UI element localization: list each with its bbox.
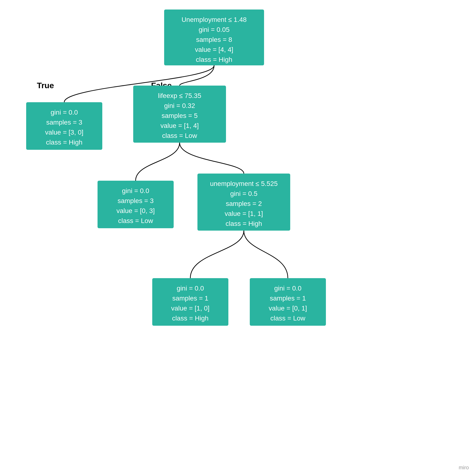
node-right1left-line2: samples = 3 [105, 196, 167, 206]
node-left1: gini = 0.0 samples = 3 value = [3, 0] cl… [26, 102, 102, 150]
node-right1left-line3: value = [0, 3] [105, 206, 167, 216]
node-leaf2-line1: gini = 0.0 [257, 283, 319, 293]
node-left1-line4: class = High [33, 137, 95, 147]
node-leaf1-line3: value = [1, 0] [159, 303, 221, 313]
node-right1-line5: class = Low [140, 131, 219, 141]
node-leaf2-line2: samples = 1 [257, 293, 319, 303]
node-right1left-line1: gini = 0.0 [105, 186, 167, 196]
node-right1right-line4: value = [1, 1] [204, 209, 283, 219]
node-leaf1-line1: gini = 0.0 [159, 283, 221, 293]
tree-container: Unemployment ≤ 1.48 gini = 0.05 samples … [0, 0, 476, 475]
node-left1-line3: value = [3, 0] [33, 127, 95, 137]
node-root-line2: gini = 0.05 [171, 25, 257, 35]
node-right1: lifeexp ≤ 75.35 gini = 0.32 samples = 5 … [133, 86, 226, 143]
node-left1-line1: gini = 0.0 [33, 107, 95, 117]
node-leaf2-line3: value = [0, 1] [257, 303, 319, 313]
node-leaf1: gini = 0.0 samples = 1 value = [1, 0] cl… [152, 278, 228, 326]
node-root-line1: Unemployment ≤ 1.48 [171, 15, 257, 25]
node-right1right-line3: samples = 2 [204, 199, 283, 209]
node-root-line5: class = High [171, 55, 257, 65]
node-right1left: gini = 0.0 samples = 3 value = [0, 3] cl… [98, 181, 174, 228]
miro-watermark: miro [459, 465, 469, 471]
node-right1right-line5: class = High [204, 219, 283, 229]
node-root: Unemployment ≤ 1.48 gini = 0.05 samples … [164, 10, 264, 66]
node-right1-line2: gini = 0.32 [140, 101, 219, 111]
node-root-line4: value = [4, 4] [171, 45, 257, 55]
node-right1-line4: value = [1, 4] [140, 121, 219, 131]
true-label: True [37, 81, 54, 90]
node-right1right: unemployment ≤ 5.525 gini = 0.5 samples … [197, 174, 290, 231]
node-right1right-line1: unemployment ≤ 5.525 [204, 179, 283, 189]
node-right1left-line4: class = Low [105, 216, 167, 226]
node-root-line3: samples = 8 [171, 35, 257, 45]
node-right1right-line2: gini = 0.5 [204, 189, 283, 199]
node-leaf2-line4: class = Low [257, 313, 319, 323]
node-left1-line2: samples = 3 [33, 117, 95, 127]
node-leaf1-line4: class = High [159, 313, 221, 323]
node-leaf1-line2: samples = 1 [159, 293, 221, 303]
node-leaf2: gini = 0.0 samples = 1 value = [0, 1] cl… [250, 278, 326, 326]
node-right1-line1: lifeexp ≤ 75.35 [140, 91, 219, 101]
node-right1-line3: samples = 5 [140, 111, 219, 121]
connector-lines [0, 0, 476, 475]
